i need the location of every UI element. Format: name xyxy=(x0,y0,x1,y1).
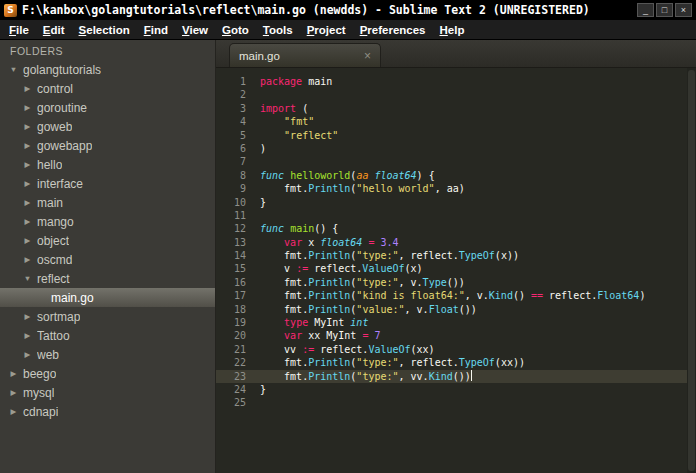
menu-item-help[interactable]: Help xyxy=(433,22,472,38)
sidebar-item-oscmd[interactable]: ▶oscmd xyxy=(0,250,215,269)
sidebar-item-golangtutorials[interactable]: ▼golangtutorials xyxy=(0,60,215,79)
code-line-9[interactable]: 9 fmt.Println("hello world", aa) xyxy=(216,182,696,195)
sidebar-item-reflect[interactable]: ▼reflect xyxy=(0,269,215,288)
window-controls: _□× xyxy=(637,3,692,17)
triangle-collapsed-icon[interactable]: ▶ xyxy=(8,407,19,416)
sidebar-item-label: object xyxy=(37,234,69,248)
triangle-collapsed-icon[interactable]: ▶ xyxy=(22,122,33,131)
triangle-collapsed-icon[interactable]: ▶ xyxy=(22,141,33,150)
triangle-collapsed-icon[interactable]: ▶ xyxy=(8,369,19,378)
sidebar-item-beego[interactable]: ▶beego xyxy=(0,364,215,383)
line-number: 13 xyxy=(216,236,246,249)
tab-main-go[interactable]: main.go × xyxy=(229,43,381,67)
triangle-expanded-icon[interactable]: ▼ xyxy=(22,274,33,283)
code-text: var x float64 = 3.4 xyxy=(246,236,399,249)
triangle-expanded-icon[interactable]: ▼ xyxy=(8,65,19,74)
menu-item-tools[interactable]: Tools xyxy=(256,22,300,38)
code-line-14[interactable]: 14 fmt.Println("type:", reflect.TypeOf(x… xyxy=(216,249,696,262)
triangle-collapsed-icon[interactable]: ▶ xyxy=(22,160,33,169)
code-text: type MyInt int xyxy=(246,316,368,329)
code-text: } xyxy=(246,196,266,209)
line-number: 9 xyxy=(216,182,246,195)
sidebar-item-label: control xyxy=(37,82,73,96)
code-line-6[interactable]: 6) xyxy=(216,142,696,155)
title-bar: S F:\kanbox\golangtutorials\reflect\main… xyxy=(0,0,696,20)
minimize-button[interactable]: _ xyxy=(637,3,654,17)
sidebar-item-main[interactable]: ▶main xyxy=(0,193,215,212)
sidebar-item-main-go[interactable]: main.go xyxy=(0,288,215,307)
code-line-8[interactable]: 8func helloworld(aa float64) { xyxy=(216,169,696,182)
triangle-collapsed-icon[interactable]: ▶ xyxy=(22,236,33,245)
triangle-collapsed-icon[interactable]: ▶ xyxy=(22,217,33,226)
triangle-collapsed-icon[interactable]: ▶ xyxy=(22,198,33,207)
code-line-2[interactable]: 2 xyxy=(216,88,696,101)
sidebar-item-mango[interactable]: ▶mango xyxy=(0,212,215,231)
code-line-17[interactable]: 17 fmt.Println("kind is float64:", v.Kin… xyxy=(216,289,696,302)
menu-item-selection[interactable]: Selection xyxy=(72,22,137,38)
triangle-collapsed-icon[interactable]: ▶ xyxy=(22,179,33,188)
triangle-collapsed-icon[interactable]: ▶ xyxy=(22,255,33,264)
line-number: 24 xyxy=(216,383,246,396)
sidebar-item-label: web xyxy=(37,348,59,362)
menu-item-find[interactable]: Find xyxy=(137,22,175,38)
triangle-collapsed-icon[interactable]: ▶ xyxy=(22,331,33,340)
code-line-20[interactable]: 20 var xx MyInt = 7 xyxy=(216,329,696,342)
close-button[interactable]: × xyxy=(675,3,692,17)
menu-item-goto[interactable]: Goto xyxy=(215,22,256,38)
sidebar-item-tattoo[interactable]: ▶Tattoo xyxy=(0,326,215,345)
tab-close-icon[interactable]: × xyxy=(364,50,371,62)
code-line-7[interactable]: 7 xyxy=(216,155,696,168)
menu-item-preferences[interactable]: Preferences xyxy=(353,22,433,38)
code-line-3[interactable]: 3import ( xyxy=(216,102,696,115)
code-line-24[interactable]: 24} xyxy=(216,383,696,396)
triangle-collapsed-icon[interactable]: ▶ xyxy=(22,84,33,93)
code-line-21[interactable]: 21 vv := reflect.ValueOf(xx) xyxy=(216,343,696,356)
code-line-4[interactable]: 4 "fmt" xyxy=(216,115,696,128)
code-line-12[interactable]: 12func main() { xyxy=(216,222,696,235)
code-line-10[interactable]: 10} xyxy=(216,196,696,209)
menu-item-project[interactable]: Project xyxy=(300,22,353,38)
sidebar-item-goweb[interactable]: ▶goweb xyxy=(0,117,215,136)
sidebar-item-interface[interactable]: ▶interface xyxy=(0,174,215,193)
sidebar-item-sortmap[interactable]: ▶sortmap xyxy=(0,307,215,326)
sidebar-item-gowebapp[interactable]: ▶gowebapp xyxy=(0,136,215,155)
sidebar-item-cdnapi[interactable]: ▶cdnapi xyxy=(0,402,215,421)
triangle-collapsed-icon[interactable]: ▶ xyxy=(22,350,33,359)
code-line-23[interactable]: 23 fmt.Println("type:", vv.Kind()) xyxy=(216,370,696,383)
triangle-collapsed-icon[interactable]: ▶ xyxy=(22,103,33,112)
sidebar-item-label: interface xyxy=(37,177,83,191)
sidebar-item-control[interactable]: ▶control xyxy=(0,79,215,98)
triangle-collapsed-icon[interactable]: ▶ xyxy=(8,388,19,397)
sidebar-item-object[interactable]: ▶object xyxy=(0,231,215,250)
sidebar-item-goroutine[interactable]: ▶goroutine xyxy=(0,98,215,117)
sublime-text-window: S F:\kanbox\golangtutorials\reflect\main… xyxy=(0,0,696,473)
maximize-button[interactable]: □ xyxy=(656,3,673,17)
menu-item-view[interactable]: View xyxy=(175,22,215,38)
code-text: fmt.Println("type:", reflect.TypeOf(x)) xyxy=(246,249,519,262)
code-line-15[interactable]: 15 v := reflect.ValueOf(x) xyxy=(216,262,696,275)
sidebar-item-web[interactable]: ▶web xyxy=(0,345,215,364)
code-line-5[interactable]: 5 "reflect" xyxy=(216,129,696,142)
vertical-scrollbar[interactable] xyxy=(687,68,696,473)
code-line-19[interactable]: 19 type MyInt int xyxy=(216,316,696,329)
code-line-1[interactable]: 1package main xyxy=(216,75,696,88)
menu-bar: FileEditSelectionFindViewGotoToolsProjec… xyxy=(0,20,696,40)
code-line-25[interactable]: 25 xyxy=(216,396,696,409)
line-number: 6 xyxy=(216,142,246,155)
menu-item-file[interactable]: File xyxy=(2,22,36,38)
scrollbar-thumb[interactable] xyxy=(688,70,695,471)
code-line-16[interactable]: 16 fmt.Println("type:", v.Type()) xyxy=(216,276,696,289)
line-number: 19 xyxy=(216,316,246,329)
code-text: import ( xyxy=(246,102,308,115)
sidebar-item-mysql[interactable]: ▶mysql xyxy=(0,383,215,402)
code-area[interactable]: 1package main23import (4 "fmt"5 "reflect… xyxy=(216,68,696,473)
code-line-11[interactable]: 11 xyxy=(216,209,696,222)
menu-item-edit[interactable]: Edit xyxy=(36,22,72,38)
triangle-collapsed-icon[interactable]: ▶ xyxy=(22,312,33,321)
tab-label: main.go xyxy=(239,50,280,62)
code-line-13[interactable]: 13 var x float64 = 3.4 xyxy=(216,236,696,249)
code-line-22[interactable]: 22 fmt.Println("type:", reflect.TypeOf(x… xyxy=(216,356,696,369)
sidebar-item-hello[interactable]: ▶hello xyxy=(0,155,215,174)
code-line-18[interactable]: 18 fmt.Println("value:", v.Float()) xyxy=(216,303,696,316)
line-number: 4 xyxy=(216,115,246,128)
